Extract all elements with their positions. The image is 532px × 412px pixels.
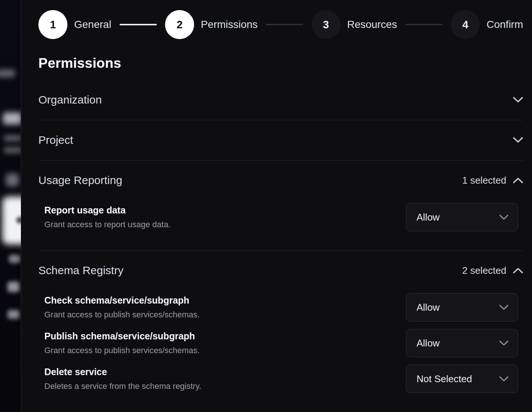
chevron-up-icon[interactable] [513, 267, 523, 273]
chevron-down-icon[interactable] [513, 137, 523, 143]
select-value: Allow [417, 302, 440, 313]
section-project: Project [38, 120, 523, 161]
section-title: Schema Registry [38, 264, 123, 277]
blurred-nav-item [9, 255, 20, 263]
chevron-down-icon [499, 215, 509, 220]
chevron-down-icon [499, 376, 509, 382]
step-resources[interactable]: 3 Resources [311, 10, 397, 39]
step-connector [405, 24, 443, 25]
select-value: Allow [417, 212, 440, 223]
permission-row-delete-service: Delete service Deletes a service from th… [38, 365, 523, 393]
selected-count-badge: 1 selected [462, 175, 506, 186]
step-4-circle: 4 [451, 10, 480, 39]
step-connector [266, 24, 303, 25]
step-4-label: Confirm [487, 19, 523, 31]
section-schema-registry-header[interactable]: Schema Registry 2 selected [38, 251, 523, 277]
section-organization: Organization [38, 80, 523, 120]
blurred-text-line [4, 147, 21, 153]
section-schema-registry: Schema Registry 2 selected Check schema/… [38, 251, 523, 393]
permission-select-publish-schema[interactable]: Allow [406, 329, 518, 357]
step-permissions[interactable]: 2 Permissions [165, 10, 257, 39]
step-general[interactable]: 1 General [38, 10, 111, 39]
step-confirm[interactable]: 4 Confirm [451, 10, 523, 39]
permission-title: Check schema/service/subgraph [44, 295, 200, 306]
step-2-circle: 2 [165, 10, 194, 39]
step-2-label: Permissions [201, 19, 257, 31]
permission-title: Delete service [44, 367, 201, 377]
selected-count-badge: 2 selected [462, 265, 506, 276]
section-title: Project [38, 134, 73, 146]
permission-row-report-usage-data: Report usage data Grant access to report… [38, 203, 523, 231]
section-organization-header[interactable]: Organization [38, 80, 523, 106]
chevron-up-icon[interactable] [513, 177, 523, 183]
permission-select-delete-service[interactable]: Not Selected [406, 365, 518, 393]
permission-description: Deletes a service from the schema regist… [44, 381, 201, 391]
permission-title: Publish schema/service/subgraph [44, 331, 200, 342]
chevron-down-icon [499, 305, 509, 310]
section-title: Usage Reporting [38, 174, 122, 187]
section-project-header[interactable]: Project [38, 120, 523, 146]
permission-description: Grant access to report usage data. [44, 220, 171, 229]
section-usage-reporting-header[interactable]: Usage Reporting 1 selected [38, 161, 523, 187]
create-key-wizard-panel: 1 General 2 Permissions 3 Resources 4 Co… [21, 0, 532, 412]
background-sidebar [0, 0, 21, 412]
permission-title: Report usage data [44, 205, 171, 216]
blurred-nav-item [7, 282, 19, 292]
blurred-nav-item [7, 310, 19, 319]
chevron-down-icon [499, 340, 509, 346]
section-title: Organization [38, 94, 102, 106]
page-title: Permissions [38, 56, 523, 71]
blurred-text-line [4, 135, 21, 142]
permission-select-report-usage-data[interactable]: Allow [406, 203, 518, 231]
step-1-label: General [74, 19, 111, 31]
permission-row-check-schema: Check schema/service/subgraph Grant acce… [38, 293, 523, 321]
permission-select-check-schema[interactable]: Allow [406, 293, 518, 321]
step-3-label: Resources [347, 19, 397, 31]
permission-description: Grant access to publish services/schemas… [44, 310, 200, 320]
blurred-heading [3, 112, 21, 124]
step-1-circle: 1 [38, 10, 67, 39]
step-connector [120, 24, 157, 25]
select-value: Allow [417, 337, 440, 349]
step-3-circle: 3 [311, 10, 341, 39]
wizard-stepper: 1 General 2 Permissions 3 Resources 4 Co… [38, 10, 523, 39]
blurred-card-dot [16, 217, 21, 224]
permission-row-publish-schema: Publish schema/service/subgraph Grant ac… [38, 329, 523, 357]
section-usage-reporting: Usage Reporting 1 selected Report usage … [38, 161, 523, 251]
chevron-down-icon[interactable] [513, 97, 523, 103]
select-value: Not Selected [417, 373, 472, 385]
blurred-icon [6, 174, 19, 186]
blurred-pill [0, 69, 15, 77]
permission-description: Grant access to publish services/schemas… [44, 346, 200, 355]
